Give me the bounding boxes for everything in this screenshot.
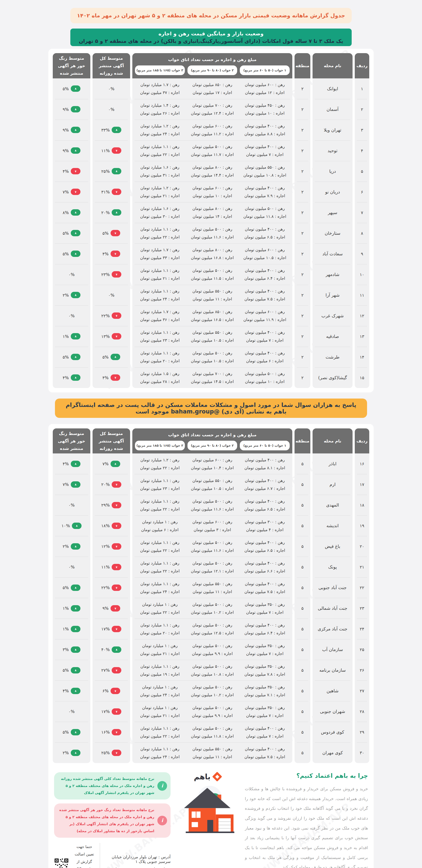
rahn-line: رهن : ۴۰۰ میلیون تومان — [245, 499, 285, 503]
bedroom-prices-cell: رهن : ۴۰۰ میلیون تومان اجاره : ۷ میلیون … — [132, 722, 292, 742]
percent-value: ۱۷% — [101, 709, 110, 714]
ejare-line: اجاره : ۱۰.۴ میلیون تومان — [191, 466, 234, 470]
bedroom-prices-cell: رهن : ۴۰۰ میلیون تومان اجاره : ۷.۵ میلیو… — [132, 577, 292, 598]
rahn-line: رهن : ۱.۲ میلیارد تومان — [140, 186, 179, 190]
bedroom-prices-cell: رهن : ۶۰۰ میلیون تومان اجاره : ۱۰.۵ میلی… — [132, 244, 292, 264]
trend-arrow-icon: ∨ — [114, 607, 117, 610]
table-row: ۲۹ کوی فردوس ۵ رهن : ۴۰۰ میلیون تومان اج… — [53, 722, 369, 742]
percent-value: ۱% — [63, 606, 69, 611]
rahn-line: رهن : ۶۰۰ میلیون تومان — [245, 247, 285, 252]
bedroom-prices-cell: رهن : ۴۰۰ میلیون تومان اجاره : ۷.۵ میلیو… — [132, 742, 292, 763]
bedroom-2-prices: رهن : ۸۰۰ میلیون تومان اجاره : ۱۴ میلیون… — [186, 206, 239, 219]
percent-value: ۶% — [103, 688, 109, 693]
bedroom-3-prices: رهن : ۱.۱ میلیارد تومان اجاره : ۲۲ میلیو… — [134, 227, 186, 239]
trend-badge: ∨ — [112, 189, 121, 195]
trend-badge: ∧ — [71, 543, 80, 550]
bedroom-3-prices: رهن : ۱.۱ میلیارد تومان اجاره : ۲۰ میلیو… — [134, 351, 186, 363]
row-number: ۲۶ — [355, 660, 369, 680]
trend-arrow-icon: ∨ — [114, 376, 117, 379]
percent-value: ۲% — [63, 750, 69, 755]
trend-badge: ∧ — [71, 106, 80, 113]
header-ring-rate: متوسط زنگ خور هر آگهی منتشر شده — [53, 428, 90, 454]
rahn-line: رهن : ۱ میلیارد تومان — [142, 602, 177, 607]
bedroom-1-prices: رهن : ۵۵۰ میلیون تومان اجاره : ۱۰.۸ میلی… — [238, 165, 291, 178]
rahn-line: رهن : ۴۰۰ میلیون تومان — [245, 747, 285, 751]
percent-value: ۹% — [63, 128, 69, 132]
bedroom-pills: ۱ خواب (۵۰ تا ۶۰ متر مربع) ۲ خواب (۸۰ تا… — [135, 65, 290, 75]
bedroom-prices-cell: رهن : ۴۰۰ میلیون تومان اجاره : ۷.۹ میلیو… — [132, 182, 292, 202]
neighborhood-name: سعادت آباد — [313, 244, 353, 264]
district-number: ۵ — [294, 680, 310, 701]
bedroom-prices-cell: رهن : ۴۰۰ میلیون تومان اجاره : ۶ میلیون … — [132, 347, 292, 367]
trend-arrow-icon: ∧ — [115, 128, 118, 131]
daily-ads-change-cell: ∨ ۱۱% — [92, 557, 130, 577]
rahn-line: رهن : ۴۰۰ میلیون تومان — [245, 227, 285, 231]
table-row: ۱۸ المهدی ۵ رهن : ۴۰۰ میلیون تومان اجاره… — [53, 495, 369, 515]
district-number: ۲ — [294, 140, 310, 161]
daily-ads-legend-box: i نرخ ماهانه متوسط تعداد کلی آگهی منتشر … — [54, 772, 171, 800]
trend-badge: ∧ — [71, 127, 80, 133]
trend-badge: ∧ — [111, 354, 120, 360]
bedroom-3-prices: رهن : ۱.۶ میلیارد تومان اجاره : ۳۰ میلیو… — [134, 206, 186, 219]
percent-value: ۴% — [103, 375, 109, 380]
bedroom-1-prices: رهن : ۴۰۰ میلیون تومان اجاره : ۸.۸ میلیو… — [238, 124, 291, 136]
rahn-line: رهن : ۴۰۰ میلیون تومان — [245, 268, 285, 273]
percent-value: ۲۲% — [101, 313, 110, 318]
trend-arrow-icon: ∨ — [115, 314, 118, 317]
bedroom-1-prices: رهن : ۴۰۰ میلیون تومان اجاره : ۷.۵ میلیو… — [238, 582, 291, 594]
trend-badge: ∧ — [71, 481, 80, 488]
percent-value: ۳۱% — [101, 189, 110, 194]
bedroom-2-prices: رهن : ۶۰۰ میلیون تومان اجاره : ۱۰.۴ میلی… — [186, 458, 239, 470]
ejare-line: اجاره : ۲۴ میلیون تومان — [140, 589, 180, 594]
ring-rate-change-cell: ∧ ۹% — [53, 99, 90, 120]
ejare-line: اجاره : ۳۶ میلیون تومان — [140, 317, 180, 322]
legend-boxes-column: i نرخ ماهانه متوسط تعداد کلی آگهی منتشر … — [54, 772, 171, 868]
ring-rate-change-cell: ∧ ۹% — [53, 120, 90, 140]
why-trust-title: چرا به باهم اعتماد کنیم؟ — [245, 772, 368, 779]
house-handshake-illustration — [176, 782, 240, 837]
ejare-line: اجاره : ۶ میلیون تومان — [141, 527, 178, 532]
rahn-line: رهن : ۱.۵ میلیارد تومان — [140, 371, 179, 376]
percent-value: ۰% — [108, 107, 114, 112]
district-number: ۵ — [294, 557, 310, 577]
table-row: ۲۴ جنت آباد مرکزی ۵ رهن : ۴۰۰ میلیون توم… — [53, 619, 369, 639]
bedroom-2-prices: رهن : ۵۰۰ میلیون تومان اجاره : ۱۰.۲ میلی… — [186, 685, 239, 697]
district-number: ۲ — [294, 223, 310, 244]
row-number: ۸ — [355, 223, 369, 244]
trend-arrow-icon: ∨ — [114, 252, 117, 255]
why-trust-block: چرا به باهم اعتماد کنیم؟ خرید و فروش مسک… — [245, 772, 368, 868]
trend-arrow-icon: ∧ — [75, 751, 77, 754]
percent-value: ۵% — [63, 730, 69, 735]
header-neighborhood: نام محله — [313, 53, 353, 79]
trend-badge: ∨ — [112, 312, 121, 319]
bedroom-1-prices: رهن : ۳۵۰ میلیون تومان اجاره : ۷.۸ میلیو… — [238, 664, 291, 677]
ejare-line: اجاره : ۱۱.۹ میلیون تومان — [243, 317, 286, 322]
daily-ads-change-cell: ∨ ۱۳% — [92, 326, 130, 347]
row-number: ۲۵ — [355, 639, 369, 660]
trend-badge: ∨ — [112, 481, 121, 488]
bedroom-3-prices: رهن : ۱.۱ میلیارد تومان اجاره : ۲۰ میلیو… — [134, 623, 186, 635]
row-number: ۷ — [355, 202, 369, 223]
table-row: ۲۱ پونک ۵ رهن : ۴۰۰ میلیون تومان اجاره :… — [53, 557, 369, 577]
trend-arrow-icon: ∨ — [115, 273, 118, 276]
trend-badge: ∨ — [112, 626, 121, 632]
table-row: ۱۳ صادقیه ۲ رهن : ۴۰۰ میلیون تومان اجاره… — [53, 326, 369, 347]
pill-2-bedroom: ۲ خواب (۸۰ تا ۹۰ متر مربع) — [188, 441, 237, 451]
trend-badge: ∧ — [71, 354, 80, 360]
district-number: ۲ — [294, 244, 310, 264]
bedroom-3-prices: رهن : ۱.۷ میلیارد تومان اجاره : ۳۷ میلیو… — [134, 82, 186, 95]
neighborhood-name: سازمان آب — [313, 639, 353, 660]
section-title-lead: وضعیت بازار و میانگین قیمت رهن و اجاره — [159, 31, 263, 36]
percent-value: ۱۷% — [101, 626, 110, 631]
trend-badge: ∧ — [71, 688, 80, 694]
bedroom-prices-cell: رهن : ۵۰۰ میلیون تومان اجاره : ۱۱.۸ میلی… — [132, 202, 292, 223]
bedroom-1-prices: رهن : ۳۵۰ میلیون تومان اجاره : ۷ میلیون … — [238, 705, 291, 718]
section-title-bar: وضعیت بازار و میانگین قیمت رهن و اجاره ی… — [70, 29, 351, 46]
bedroom-prices-cell: رهن : ۶۰۰ میلیون تومان اجاره : ۱۱.۹ میلی… — [132, 305, 292, 326]
instagram-banner: پاسخ به هزاران سوال شما در مورد اصول و م… — [55, 399, 367, 418]
bedroom-2-prices: رهن : ۵۰۰ میلیون تومان اجاره : ۹.۹ میلیو… — [186, 643, 239, 656]
trend-badge: ∨ — [112, 271, 121, 278]
trend-arrow-icon: ∧ — [75, 648, 77, 651]
rahn-line: رهن : ۱.۱ میلیارد تومان — [140, 330, 179, 335]
trend-badge: ∨ — [71, 189, 80, 195]
